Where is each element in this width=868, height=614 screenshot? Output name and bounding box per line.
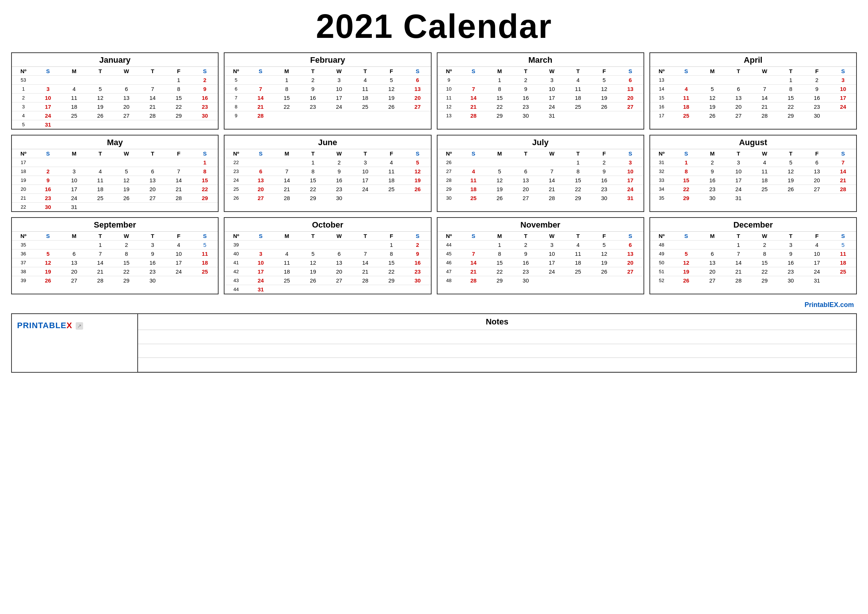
week-num-cell: 14	[650, 85, 673, 93]
day-cell: 19	[87, 102, 113, 112]
notes-title: Notes	[138, 314, 856, 330]
day-cell: 20	[804, 176, 830, 185]
week-num-cell: 10	[437, 85, 460, 93]
week-row: 1078910111213	[437, 85, 643, 93]
week-num-cell: 46	[437, 258, 460, 267]
col-header-s1: S	[673, 149, 699, 158]
week-row: 4578910111213	[437, 250, 643, 258]
day-cell: 30	[35, 203, 61, 212]
day-cell: 4	[673, 85, 699, 93]
day-cell: 17	[539, 93, 565, 102]
col-header-s7: S	[405, 232, 431, 240]
col-header-t3: T	[725, 67, 752, 76]
month-table: NºSMTWTFS5123456678910111213714151617181…	[225, 67, 431, 120]
day-cell: 27	[804, 185, 830, 194]
day-cell: 1	[166, 76, 192, 85]
week-num-cell: 50	[650, 258, 673, 267]
day-cell: 5	[487, 167, 513, 176]
col-header-m2: M	[487, 67, 513, 76]
day-cell: 18	[460, 185, 487, 194]
day-cell: 12	[591, 250, 617, 258]
day-cell: 12	[405, 167, 431, 176]
day-cell: 3	[61, 167, 87, 176]
day-cell: 19	[591, 93, 617, 102]
day-cell: 16	[35, 185, 61, 194]
day-cell: 16	[804, 93, 830, 102]
col-header-s1: S	[35, 232, 61, 240]
day-cell: 5	[673, 250, 699, 258]
day-cell	[248, 240, 273, 250]
day-cell: 25	[830, 267, 856, 276]
col-header-t3: T	[87, 149, 113, 158]
month-march: MarchNºSMTWTFS91234561078910111213111415…	[437, 52, 644, 130]
day-cell: 21	[87, 267, 113, 276]
day-cell	[273, 112, 300, 120]
week-num-cell: 44	[225, 285, 248, 294]
day-cell	[699, 240, 725, 250]
day-cell: 11	[830, 250, 856, 258]
day-cell: 1	[192, 158, 218, 167]
week-row: 1445678910	[650, 85, 856, 93]
day-cell	[591, 276, 617, 285]
day-cell: 20	[248, 185, 273, 194]
day-cell: 24	[617, 185, 643, 194]
day-cell: 7	[752, 85, 777, 93]
week-num-cell: 33	[650, 176, 673, 185]
week-num-cell: 36	[12, 250, 35, 258]
col-header-t5: T	[565, 149, 591, 158]
day-cell: 1	[565, 158, 591, 167]
week-row: 2520212223242526	[225, 185, 431, 194]
month-table: NºSMTWTFS1312314456789101511121314151617…	[650, 67, 856, 120]
col-header-week: Nº	[225, 67, 248, 76]
day-cell: 18	[752, 176, 777, 185]
day-cell: 3	[539, 76, 565, 85]
day-cell: 11	[61, 93, 87, 102]
col-header-week: Nº	[650, 67, 673, 76]
day-cell: 25	[274, 276, 300, 285]
day-cell: 12	[113, 176, 139, 185]
week-num-cell: 25	[225, 185, 248, 194]
day-cell: 4	[378, 158, 405, 167]
day-cell: 31	[725, 194, 752, 203]
day-cell: 21	[248, 102, 274, 112]
day-cell: 17	[804, 258, 830, 267]
day-cell: 5	[35, 250, 61, 258]
week-num-cell: 12	[437, 102, 460, 112]
day-cell	[830, 276, 856, 285]
col-header-week: Nº	[12, 232, 35, 240]
day-cell: 5	[300, 250, 326, 258]
day-cell: 8	[192, 167, 218, 176]
day-cell	[113, 120, 139, 129]
month-title: January	[12, 53, 218, 67]
day-cell: 15	[273, 93, 300, 102]
day-cell	[274, 158, 300, 167]
month-title: February	[225, 53, 431, 67]
day-cell	[248, 158, 273, 167]
day-cell: 10	[830, 85, 856, 93]
day-cell	[617, 112, 643, 120]
col-header-week: Nº	[437, 232, 460, 240]
month-title: October	[225, 218, 431, 231]
day-cell: 16	[699, 176, 725, 185]
col-header-t5: T	[140, 149, 166, 158]
col-header-w4: W	[326, 232, 352, 240]
day-cell: 24	[35, 112, 61, 120]
month-title: August	[650, 135, 856, 149]
month-april: AprilNºSMTWTFS13123144567891015111213141…	[649, 52, 857, 130]
col-header-m2: M	[61, 232, 87, 240]
week-row: 317181920212223	[12, 102, 218, 112]
day-cell: 15	[192, 176, 218, 185]
month-title: November	[437, 218, 643, 231]
col-header-t3: T	[513, 232, 538, 240]
day-cell: 29	[113, 276, 139, 285]
day-cell	[699, 76, 725, 85]
day-cell: 29	[378, 276, 405, 285]
week-row: 531	[12, 120, 218, 129]
month-december: DecemberNºSMTWTFS48123454956789101150121…	[649, 217, 857, 295]
day-cell: 29	[192, 194, 218, 203]
week-row: 2212345	[225, 158, 431, 167]
day-cell: 19	[591, 258, 617, 267]
day-cell: 21	[460, 102, 487, 112]
week-num-cell: 19	[12, 176, 35, 185]
col-header-t3: T	[300, 149, 326, 158]
